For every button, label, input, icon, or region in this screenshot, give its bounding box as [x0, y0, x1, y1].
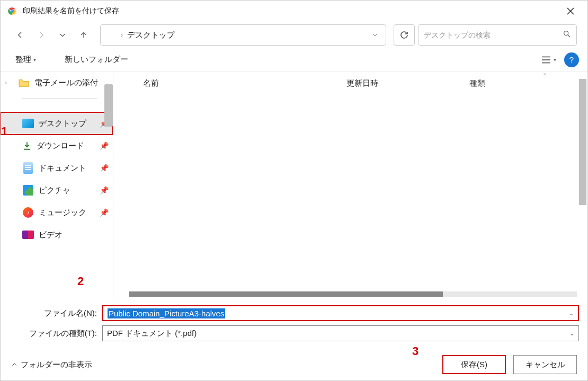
chevron-down-icon[interactable]: ⌄	[569, 330, 574, 337]
new-folder-button[interactable]: 新しいフォルダー	[58, 51, 135, 68]
folder-icon	[17, 76, 30, 89]
nav-up-button[interactable]	[75, 26, 93, 44]
sidebar-item-desktop[interactable]: デスクトップ 📌	[1, 112, 113, 135]
annotation-2: 2	[77, 274, 84, 288]
sidebar-item-email-attachments[interactable]: › 電子メールの添付	[1, 72, 113, 94]
save-button[interactable]: 保存(S)	[442, 355, 506, 374]
svg-point-2	[11, 10, 13, 12]
filename-value[interactable]: Public Domain_PictureA3-halves	[108, 308, 225, 318]
close-button[interactable]	[560, 1, 581, 22]
organize-button[interactable]: 整理▾	[9, 51, 42, 68]
video-icon	[22, 228, 34, 241]
sidebar-item-videos[interactable]: ビデオ	[1, 224, 113, 246]
chevron-right-icon: ›	[121, 31, 123, 39]
sidebar-item-label: ピクチャ	[39, 185, 95, 196]
sidebar-item-label: ミュージック	[39, 208, 95, 218]
filetype-select[interactable]: PDF ドキュメント (*.pdf) ⌄	[102, 325, 579, 341]
annotation-3: 3	[412, 344, 418, 358]
chevron-right-icon[interactable]: ›	[5, 79, 13, 86]
chevron-down-icon[interactable]: ⌄	[569, 310, 574, 317]
chevron-up-icon	[11, 361, 17, 368]
sidebar-scrollbar[interactable]	[104, 84, 113, 127]
column-date[interactable]: 更新日時	[346, 78, 461, 88]
organize-label: 整理	[15, 55, 31, 65]
desktop-icon	[105, 29, 117, 41]
list-body[interactable]	[113, 95, 587, 300]
nav-bar: › デスクトップ	[1, 22, 587, 48]
file-inputs: ファイル名(N): Public Domain_PictureA3-halves…	[1, 300, 587, 349]
pin-icon[interactable]: 📌	[100, 208, 109, 217]
vertical-scrollbar[interactable]	[579, 79, 586, 297]
filetype-value: PDF ドキュメント (*.pdf)	[107, 329, 569, 339]
annotation-1: 1	[1, 125, 7, 138]
pictures-icon	[22, 184, 34, 197]
refresh-button[interactable]	[394, 24, 415, 46]
sidebar-item-label: 電子メールの添付	[34, 78, 109, 88]
filename-input[interactable]: Public Domain_PictureA3-halves ⌄	[102, 305, 579, 321]
sidebar-item-documents[interactable]: ドキュメント 📌	[1, 157, 113, 179]
filename-label: ファイル名(N):	[9, 308, 99, 318]
music-icon: ♪	[22, 206, 34, 219]
sidebar-item-label: ビデオ	[39, 230, 109, 240]
search-icon[interactable]	[563, 30, 571, 40]
footer: フォルダーの非表示 保存(S) キャンセル	[1, 349, 587, 380]
view-options-button[interactable]: ▾	[539, 50, 558, 69]
sort-indicator-icon: ⌄	[542, 72, 547, 76]
pin-icon[interactable]: 📌	[100, 186, 109, 194]
chrome-icon	[7, 6, 17, 16]
address-bar[interactable]: › デスクトップ	[100, 24, 386, 46]
help-button[interactable]: ?	[564, 52, 579, 67]
horizontal-scrollbar[interactable]	[129, 291, 577, 297]
sidebar: › 電子メールの添付 デスクトップ 📌 ダウンロード 📌 ドキュメント 📌	[1, 72, 113, 300]
file-list: ⌄ 名前 更新日時 種類	[113, 72, 587, 300]
sidebar-item-label: デスクトップ	[39, 119, 95, 129]
nav-back-button[interactable]	[11, 26, 29, 44]
filetype-label: ファイルの種類(T):	[9, 329, 99, 339]
pin-icon[interactable]: 📌	[100, 141, 109, 150]
breadcrumb-location[interactable]: デスクトップ	[127, 30, 364, 40]
download-icon	[22, 140, 32, 151]
toolbar: 整理▾ 新しいフォルダー ▾ ?	[1, 48, 587, 72]
chevron-down-icon: ▾	[33, 57, 36, 63]
window-title: 印刷結果を名前を付けて保存	[23, 6, 560, 16]
sidebar-item-label: ダウンロード	[37, 141, 95, 151]
document-icon	[22, 162, 34, 174]
svg-line-6	[568, 35, 570, 37]
title-bar: 印刷結果を名前を付けて保存	[1, 1, 587, 22]
sidebar-item-downloads[interactable]: ダウンロード 📌	[1, 135, 113, 157]
nav-recent-button[interactable]	[54, 26, 72, 44]
svg-point-5	[564, 31, 568, 36]
search-box[interactable]	[418, 24, 577, 46]
column-type[interactable]: 種類	[461, 78, 587, 88]
nav-forward-button[interactable]	[32, 26, 50, 44]
sidebar-item-music[interactable]: ♪ ミュージック 📌	[1, 201, 113, 224]
sidebar-item-pictures[interactable]: ピクチャ 📌	[1, 179, 113, 201]
sidebar-item-label: ドキュメント	[39, 163, 95, 173]
list-header: 名前 更新日時 種類	[113, 72, 587, 95]
column-name[interactable]: 名前	[113, 78, 346, 88]
hide-folders-button[interactable]: フォルダーの非表示	[11, 360, 92, 370]
desktop-icon	[22, 117, 34, 130]
address-dropdown-button[interactable]	[369, 32, 381, 38]
cancel-button[interactable]: キャンセル	[513, 355, 577, 374]
search-input[interactable]	[424, 31, 563, 39]
pin-icon[interactable]: 📌	[100, 164, 109, 172]
hide-folders-label: フォルダーの非表示	[21, 360, 92, 370]
